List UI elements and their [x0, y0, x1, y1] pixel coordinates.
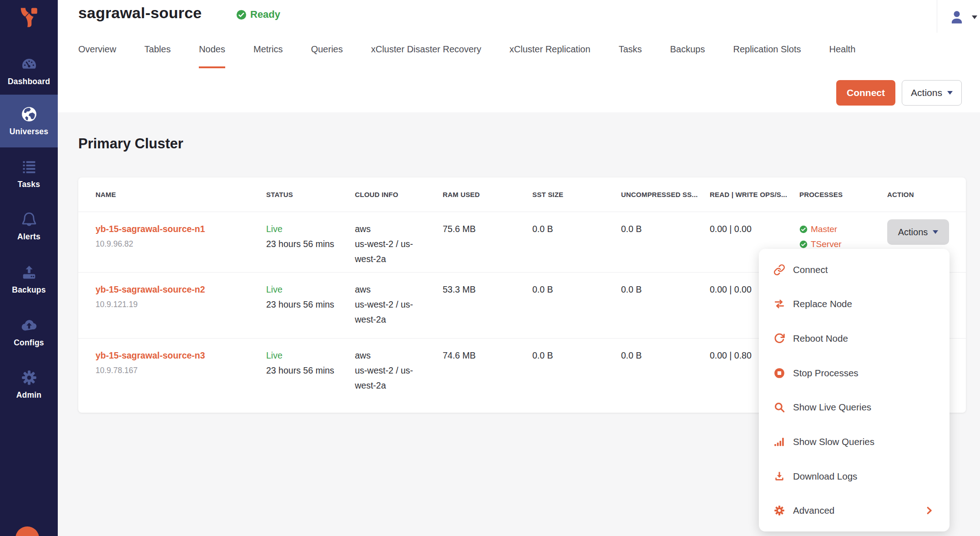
node-ip: 10.9.121.19: [96, 297, 266, 312]
node-uncompressed-sst: 0.0 B: [621, 339, 710, 412]
status-label: Ready: [250, 9, 280, 20]
node-cloud-info: awsus-west-2 / us-west-2a: [355, 212, 443, 272]
tab-backups[interactable]: Backups: [670, 44, 705, 68]
swap-arrows-icon: [773, 298, 785, 310]
sidebar-item-backups[interactable]: Backups: [0, 257, 58, 302]
column-header-processes: PROCESSES: [799, 191, 887, 198]
node-sst-size: 0.0 B: [532, 339, 621, 412]
sidebar-item-tasks[interactable]: Tasks: [0, 151, 58, 197]
menu-item-download-logs[interactable]: Download Logs: [759, 459, 950, 494]
sidebar-item-label: Universes: [10, 127, 48, 137]
backup-upload-icon: [20, 264, 38, 281]
bell-icon: [20, 211, 38, 228]
node-ram-used: 53.3 MB: [443, 273, 532, 338]
node-status: Live: [266, 282, 355, 297]
universe-actions-button[interactable]: Actions: [902, 80, 962, 106]
column-header-read-write: READ | WRITE OPS/S...: [710, 191, 799, 198]
menu-item-stop-processes[interactable]: Stop Processes: [759, 356, 950, 390]
process-master[interactable]: Master: [799, 222, 887, 237]
tab-queries[interactable]: Queries: [311, 44, 343, 68]
table-header-row: NAME STATUS CLOUD INFO RAM USED SST SIZE…: [78, 177, 966, 212]
page-title: sagrawal-source: [78, 4, 202, 22]
column-header-uncompressed: UNCOMPRESSED SS...: [621, 191, 710, 198]
globe-icon: [20, 106, 38, 123]
search-icon: [773, 401, 785, 413]
tab-metrics[interactable]: Metrics: [253, 44, 283, 68]
task-list-icon: [20, 158, 38, 176]
chevron-down-icon: [972, 15, 977, 19]
node-cloud-info: awsus-west-2 / us-west-2a: [355, 273, 443, 338]
sidebar-item-label: Alerts: [17, 232, 40, 242]
column-header-status: STATUS: [266, 191, 355, 198]
node-name-link[interactable]: yb-15-sagrawal-source-n3: [96, 348, 266, 363]
topbar: sagrawal-source Ready Overview Tables No…: [58, 0, 980, 112]
link-icon: [773, 264, 785, 276]
node-actions-button[interactable]: Actions: [887, 219, 949, 245]
status-badge: Ready: [236, 9, 280, 20]
check-circle-icon: [799, 225, 808, 233]
chevron-right-icon: [924, 506, 934, 516]
chevron-down-icon: [947, 91, 953, 95]
menu-item-connect[interactable]: Connect: [759, 253, 950, 287]
node-uptime: 23 hours 56 mins: [266, 297, 355, 312]
sidebar-item-universes[interactable]: Universes: [0, 95, 58, 147]
menu-item-advanced[interactable]: Advanced: [759, 493, 950, 528]
column-header-name: NAME: [78, 191, 266, 198]
node-uptime: 23 hours 56 mins: [266, 237, 355, 252]
tab-bar: Overview Tables Nodes Metrics Queries xC…: [78, 44, 855, 68]
node-name-link[interactable]: yb-15-sagrawal-source-n2: [96, 282, 266, 297]
column-header-cloud-info: CLOUD INFO: [355, 191, 443, 198]
column-header-sst-size: SST SIZE: [532, 191, 621, 198]
sidebar-item-admin[interactable]: Admin: [0, 362, 58, 407]
menu-item-replace-node[interactable]: Replace Node: [759, 287, 950, 322]
node-status: Live: [266, 348, 355, 363]
menu-item-show-live-queries[interactable]: Show Live Queries: [759, 390, 950, 425]
sidebar-item-dashboard[interactable]: Dashboard: [0, 47, 58, 95]
node-name-link[interactable]: yb-15-sagrawal-source-n1: [96, 222, 266, 237]
node-sst-size: 0.0 B: [532, 273, 621, 338]
node-uptime: 23 hours 56 mins: [266, 363, 355, 378]
tab-tables[interactable]: Tables: [144, 44, 171, 68]
node-ip: 10.9.78.167: [96, 363, 266, 378]
check-circle-icon: [799, 240, 808, 248]
gear-icon: [773, 505, 785, 516]
sidebar-item-alerts[interactable]: Alerts: [0, 203, 58, 249]
node-ip: 10.9.96.82: [96, 237, 266, 252]
column-header-ram-used: RAM USED: [443, 191, 532, 198]
menu-item-show-slow-queries[interactable]: Show Slow Queries: [759, 425, 950, 459]
node-uncompressed-sst: 0.0 B: [621, 212, 710, 272]
user-menu[interactable]: [949, 9, 977, 25]
tab-health[interactable]: Health: [829, 44, 855, 68]
node-sst-size: 0.0 B: [532, 212, 621, 272]
person-icon: [949, 9, 965, 25]
column-header-action: ACTION: [887, 191, 966, 198]
node-status: Live: [266, 222, 355, 237]
tab-nodes[interactable]: Nodes: [199, 44, 225, 68]
tab-xcluster-replication[interactable]: xCluster Replication: [510, 44, 591, 68]
universe-actions-label: Actions: [911, 87, 942, 98]
chevron-down-icon: [933, 230, 938, 234]
gear-icon: [20, 369, 38, 386]
download-icon: [773, 470, 785, 482]
gauge-icon: [20, 56, 38, 73]
stop-circle-icon: [773, 367, 785, 379]
help-bubble-button[interactable]: [15, 526, 39, 536]
node-cloud-info: awsus-west-2 / us-west-2a: [355, 339, 443, 412]
sidebar-item-label: Admin: [16, 390, 41, 400]
sidebar-item-configs[interactable]: Configs: [0, 309, 58, 355]
node-ram-used: 74.6 MB: [443, 339, 532, 412]
check-circle-icon: [236, 10, 247, 20]
yugabyte-logo[interactable]: [0, 7, 58, 28]
node-actions-menu: Connect Replace Node Reboot Node Stop Pr…: [759, 249, 950, 531]
sidebar-item-label: Tasks: [18, 180, 40, 189]
tab-replication-slots[interactable]: Replication Slots: [733, 44, 801, 68]
connect-button[interactable]: Connect: [836, 80, 895, 106]
sidebar: Dashboard Universes Tasks: [0, 0, 58, 536]
menu-item-reboot-node[interactable]: Reboot Node: [759, 321, 950, 356]
tab-tasks[interactable]: Tasks: [619, 44, 642, 68]
section-title: Primary Cluster: [78, 136, 183, 152]
cloud-upload-icon: [20, 317, 38, 334]
tab-xcluster-disaster-recovery[interactable]: xCluster Disaster Recovery: [371, 44, 481, 68]
node-uncompressed-sst: 0.0 B: [621, 273, 710, 338]
tab-overview[interactable]: Overview: [78, 44, 116, 68]
